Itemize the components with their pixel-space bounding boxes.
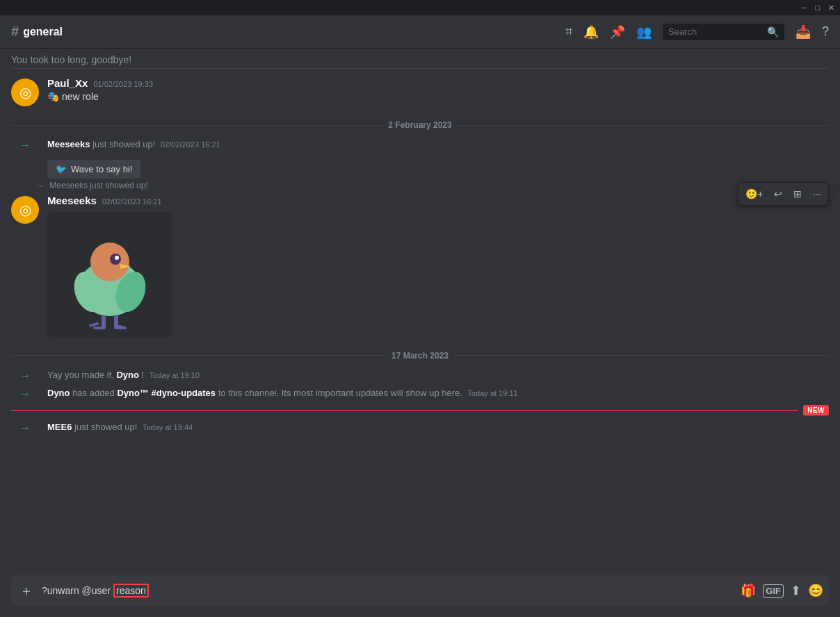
dyno2-text1: has added xyxy=(72,388,117,398)
input-cursor-text: reason xyxy=(113,584,149,598)
maximize-button[interactable]: □ xyxy=(815,3,820,12)
more-options-button[interactable]: ··· xyxy=(809,186,825,202)
message-group-paul: ◎ Paul_Xx 01/02/2023 19:33 🎭 new role xyxy=(0,74,840,109)
gif-icon[interactable]: GIF xyxy=(763,584,784,598)
system-message-meeseeks1: → Meeseeks just showed up! 02/02/2023 16… xyxy=(0,135,840,181)
dyno2-timestamp: Today at 19:11 xyxy=(467,389,517,397)
avatar-paul: ◎ xyxy=(11,79,39,106)
mee6-action: just showed up! xyxy=(74,422,140,432)
svg-point-1 xyxy=(90,242,129,281)
add-attachment-button[interactable]: ＋ xyxy=(17,579,36,603)
date-divider-feb2: 2 February 2023 xyxy=(0,109,840,135)
system-arrow-mee6: → xyxy=(11,420,39,434)
input-prefix: ?unwarn @user xyxy=(42,585,111,596)
dyno2-author: Dyno xyxy=(47,388,70,398)
dyno1-prefix: Yay you made it, xyxy=(47,370,116,380)
wave-btn-label: Wave to say hi! xyxy=(71,164,132,174)
svg-rect-10 xyxy=(89,322,99,327)
system-arrow-dyno1: → xyxy=(11,368,39,382)
divider-line-left xyxy=(11,125,382,126)
dyno1-author: Dyno xyxy=(116,370,139,380)
message-timestamp-paul: 01/02/2023 19:33 xyxy=(93,80,153,88)
date-label-feb2: 2 February 2023 xyxy=(388,120,451,130)
dyno1-timestamp: Today at 19:10 xyxy=(150,371,200,379)
top-message-continuation: You took too long, goodbye! xyxy=(0,49,840,68)
system-message-mee6: → MEE6 just showed up! Today at 19:44 xyxy=(0,418,840,436)
bell-icon[interactable]: 🔔 xyxy=(583,24,599,40)
message-group-meeseeks: ◎ Meeseeks 02/02/2023 16:21 xyxy=(0,192,840,340)
date-divider-mar17: 17 March 2023 xyxy=(0,340,840,366)
divider-line-left-mar xyxy=(11,355,386,356)
new-badge: NEW xyxy=(803,405,829,416)
hover-actions: 🙂+ ↩ ⊞ ··· xyxy=(738,182,829,206)
system-timestamp-meeseeks1: 02/02/2023 16:21 xyxy=(161,140,220,149)
discord-logo: ◎ xyxy=(19,84,31,101)
dyno2-text3: show up here. xyxy=(405,388,462,398)
message-timestamp-meeseeks: 02/02/2023 16:21 xyxy=(102,197,162,206)
input-icons: 🎁 GIF ⬆ 😊 xyxy=(741,583,823,598)
mee6-timestamp: Today at 19:44 xyxy=(143,423,193,431)
svg-rect-9 xyxy=(93,327,106,329)
emoji-react-button[interactable]: 🙂+ xyxy=(741,186,767,202)
message-content-meeseeks: Meeseeks 02/02/2023 16:21 xyxy=(47,195,829,337)
message-text-paul: 🎭 new role xyxy=(47,90,829,104)
header-icons: ⌗ 🔔 📌 👥 Search 🔍 📥 ? xyxy=(565,24,829,40)
system-arrow-1: → xyxy=(11,138,39,151)
system-text-dyno2: Dyno has added Dyno™ #dyno-updates to th… xyxy=(47,386,518,400)
hash-icon: # xyxy=(11,24,19,40)
bird-svg xyxy=(54,219,165,330)
dyno2-channel-ref: Dyno™ #dyno-updates xyxy=(117,388,216,398)
upload-icon[interactable]: ⬆ xyxy=(791,583,801,598)
bird-image xyxy=(47,212,172,337)
chat-area: You took too long, goodbye! ◎ Paul_Xx 01… xyxy=(0,49,840,570)
search-placeholder: Search xyxy=(668,26,763,37)
search-icon: 🔍 xyxy=(767,26,779,38)
mee6-author: MEE6 xyxy=(47,422,72,432)
avatar-meeseeks: ◎ xyxy=(11,196,39,224)
channel-threads-icon[interactable]: ⌗ xyxy=(565,24,572,39)
system-message-dyno1: → Yay you made it, Dyno ! Today at 19:10 xyxy=(0,366,840,384)
wave-icon: 🐦 xyxy=(56,164,67,174)
pin-icon[interactable]: 📌 xyxy=(610,24,625,40)
channel-name: general xyxy=(23,26,63,38)
ref-arrow-icon: → xyxy=(36,181,45,190)
titlebar: ─ □ ✕ xyxy=(0,0,840,15)
date-label-mar17: 17 March 2023 xyxy=(391,351,449,361)
meeseeks-ref: → Meeseeks just showed up! xyxy=(0,181,840,190)
close-button[interactable]: ✕ xyxy=(828,3,834,13)
input-text-wrapper: ?unwarn @user reason xyxy=(42,579,735,602)
dyno2-text2: to this channel. Its most important upda… xyxy=(218,388,406,398)
channel-title: # general xyxy=(11,24,63,40)
add-reaction-button[interactable]: ⊞ xyxy=(789,186,806,202)
ref-text: Meeseeks just showed up! xyxy=(49,181,147,190)
message-input[interactable] xyxy=(149,579,735,602)
minimize-button[interactable]: ─ xyxy=(802,3,807,12)
message-content-paul: Paul_Xx 01/02/2023 19:33 🎭 new role xyxy=(47,77,829,106)
channel-header: # general ⌗ 🔔 📌 👥 Search 🔍 📥 ? xyxy=(0,15,840,49)
help-icon[interactable]: ? xyxy=(822,24,829,39)
members-icon[interactable]: 👥 xyxy=(636,24,652,40)
divider-line-right xyxy=(458,125,829,126)
reply-button[interactable]: ↩ xyxy=(770,186,786,202)
message-author-meeseeks: Meeseeks xyxy=(47,195,97,206)
system-message-dyno2: → Dyno has added Dyno™ #dyno-updates to … xyxy=(0,384,840,402)
input-area: ＋ ?unwarn @user reason 🎁 GIF ⬆ 😊 xyxy=(0,570,840,617)
system-text-dyno1: Yay you made it, Dyno ! Today at 19:10 xyxy=(47,368,200,382)
new-divider: NEW xyxy=(0,402,840,418)
wave-button[interactable]: 🐦 Wave to say hi! xyxy=(47,160,140,179)
emoji-input-icon[interactable]: 😊 xyxy=(808,583,823,598)
search-box[interactable]: Search 🔍 xyxy=(663,24,784,40)
input-box: ＋ ?unwarn @user reason 🎁 GIF ⬆ 😊 xyxy=(11,575,829,606)
message-header-meeseeks: Meeseeks 02/02/2023 16:21 xyxy=(47,195,829,206)
svg-point-5 xyxy=(115,256,119,260)
message-author-paul: Paul_Xx xyxy=(47,77,88,89)
system-text-mee6: MEE6 just showed up! Today at 19:44 xyxy=(47,420,193,434)
system-arrow-dyno2: → xyxy=(11,386,39,400)
inbox-icon[interactable]: 📥 xyxy=(795,24,811,40)
gift-icon[interactable]: 🎁 xyxy=(741,583,756,598)
system-text-meeseeks1: Meeseeks just showed up! 02/02/2023 16:2… xyxy=(47,138,220,179)
new-divider-line xyxy=(11,410,798,411)
system-author-meeseeks1: Meeseeks xyxy=(47,139,90,149)
dyno1-exclaim: ! xyxy=(142,370,147,380)
divider-line xyxy=(11,68,829,69)
